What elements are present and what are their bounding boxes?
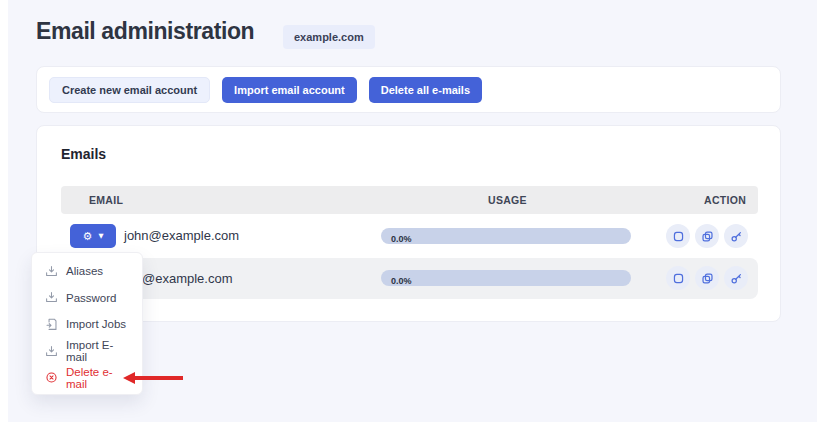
menu-item-label: Import Jobs — [66, 318, 126, 330]
circle-x-icon — [45, 371, 58, 384]
email-settings-dropdown-toggle[interactable]: ⚙ ▼ — [70, 224, 116, 248]
copy-icon — [701, 272, 714, 285]
column-header-action: ACTION — [704, 186, 746, 214]
email-address: john@example.com — [124, 215, 239, 257]
table-row: @example.com 0.0% — [61, 258, 758, 299]
square-icon — [672, 230, 685, 243]
domain-badge: example.com — [283, 25, 375, 49]
email-address: @example.com — [142, 258, 233, 299]
row-actions — [666, 224, 748, 248]
menu-item-label: Aliases — [66, 265, 103, 277]
import-email-account-button[interactable]: Import email account — [222, 77, 357, 103]
key-icon — [730, 272, 743, 285]
copy-icon — [701, 230, 714, 243]
square-icon — [672, 272, 685, 285]
key-action-button[interactable] — [724, 266, 748, 290]
square-action-button[interactable] — [666, 266, 690, 290]
menu-item-password[interactable]: Password — [32, 285, 142, 312]
row-actions — [666, 266, 748, 290]
usage-value: 0.0% — [381, 231, 412, 247]
menu-item-import-email[interactable]: Import E-mail — [32, 338, 142, 365]
menu-item-label: Import E-mail — [66, 339, 129, 363]
emails-card-title: Emails — [61, 146, 106, 162]
key-icon — [730, 230, 743, 243]
create-email-account-button[interactable]: Create new email account — [49, 77, 210, 103]
usage-value: 0.0% — [381, 273, 412, 289]
usage-progress-bar: 0.0% — [381, 228, 631, 244]
menu-item-label: Password — [66, 292, 117, 304]
chevron-down-icon: ▼ — [98, 233, 103, 240]
gear-icon: ⚙ — [83, 231, 93, 242]
table-row: ⚙ ▼ john@example.com 0.0% — [61, 215, 758, 257]
column-header-email: EMAIL — [89, 186, 123, 214]
page-title: Email administration — [36, 18, 254, 45]
menu-item-aliases[interactable]: Aliases — [32, 258, 142, 285]
menu-item-import-jobs[interactable]: Import Jobs — [32, 311, 142, 338]
square-action-button[interactable] — [666, 224, 690, 248]
annotation-arrow-shaft — [133, 376, 183, 380]
page-edge — [0, 0, 8, 422]
column-header-usage: USAGE — [488, 186, 527, 214]
key-action-button[interactable] — [724, 224, 748, 248]
download-tray-icon — [45, 345, 58, 358]
emails-card: Emails EMAIL USAGE ACTION ⚙ ▼ john@examp… — [36, 125, 781, 322]
toolbar-card: Create new email account Import email ac… — [36, 66, 781, 113]
copy-action-button[interactable] — [695, 266, 719, 290]
usage-progress-bar: 0.0% — [381, 270, 631, 286]
download-tray-icon — [45, 265, 58, 278]
menu-item-label: Delete e-mail — [66, 366, 129, 390]
table-header-row: EMAIL USAGE ACTION — [61, 186, 758, 214]
email-administration-page: Email administration example.com Create … — [0, 0, 817, 422]
delete-all-emails-button[interactable]: Delete all e-mails — [369, 77, 482, 103]
copy-action-button[interactable] — [695, 224, 719, 248]
download-tray-icon — [45, 291, 58, 304]
import-document-icon — [45, 318, 58, 331]
